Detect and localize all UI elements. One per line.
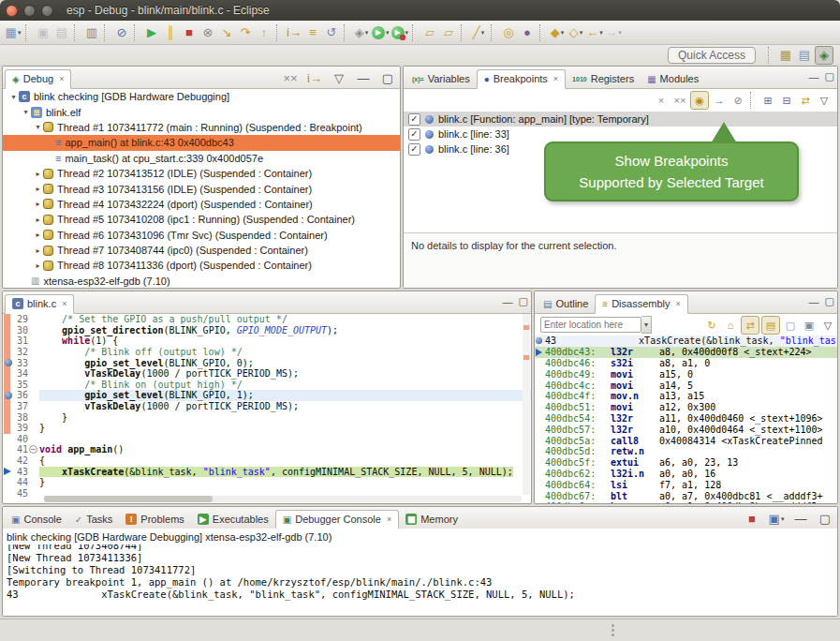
- maximize-icon[interactable]: ▢: [817, 511, 833, 528]
- code-line-30[interactable]: 30 gpio_set_direction(BLINK_GPIO, GPIO_M…: [3, 325, 531, 336]
- disconnect-icon[interactable]: ⊗: [199, 24, 216, 41]
- refresh-icon[interactable]: ↻: [703, 317, 720, 334]
- expander-collapsed-icon[interactable]: ▸: [33, 216, 43, 224]
- back-icon[interactable]: ←▾: [586, 24, 603, 41]
- breakpoint-item[interactable]: ✓blink.c [Function: app_main] [type: Tem…: [404, 112, 837, 127]
- tab-variables[interactable]: (x)=Variables: [405, 70, 477, 88]
- display-selected-console-icon[interactable]: ▣▾: [768, 511, 785, 528]
- tab-modules[interactable]: ▦Modules: [641, 70, 705, 88]
- disassembly-row[interactable]: 400dbc5f:extuia6, a0, 23, 13: [535, 457, 837, 469]
- instruction-pointer-icon[interactable]: [3, 466, 15, 477]
- tab-breakpoints[interactable]: ●Breakpoints×: [477, 69, 566, 89]
- tab-debug[interactable]: ◈Debug×: [5, 69, 71, 89]
- disassembly-row[interactable]: 400dbc43:l32ra8, 0x400d00f8 <_stext+224>: [535, 347, 837, 358]
- disassembly-row[interactable]: 400dbc67:blta0, a7, 0x400dbc81 <__adddf3…: [535, 490, 837, 501]
- breakpoint-checkbox[interactable]: ✓: [408, 143, 420, 156]
- tab-debugger-console[interactable]: ▣Debugger Console×: [275, 510, 399, 529]
- suspend-icon[interactable]: ║: [162, 24, 179, 41]
- open-folder-icon[interactable]: ▱: [421, 24, 438, 41]
- code-line-36[interactable]: 36 gpio_set_level(BLINK_GPIO, 1);: [3, 390, 531, 401]
- maximize-icon[interactable]: ▢: [825, 295, 834, 307]
- expander-expanded-icon[interactable]: ▾: [21, 108, 31, 116]
- location-dropdown-icon[interactable]: ▾: [641, 316, 652, 334]
- link-with-debug-view-icon[interactable]: ⇄: [797, 92, 814, 109]
- minimize-icon[interactable]: —: [809, 296, 819, 307]
- minimize-icon[interactable]: —: [809, 71, 819, 82]
- sash-handle[interactable]: [612, 624, 614, 627]
- home-icon[interactable]: ⌂: [722, 317, 739, 334]
- code-line-31[interactable]: 31 while(1) {: [3, 335, 531, 347]
- remove-breakpoint-icon[interactable]: ×: [653, 92, 670, 109]
- code-line-41[interactable]: 41–void app_main(): [3, 444, 531, 455]
- overview-ruler[interactable]: [523, 314, 530, 495]
- new-wizard-icon[interactable]: ▦▾: [5, 24, 22, 41]
- tree-item[interactable]: ▸Thread #4 1073432224 (dport) (Suspended…: [3, 197, 400, 212]
- tree-item[interactable]: ▸Thread #5 1073410208 (ipc1 : Running) (…: [3, 212, 400, 227]
- skip-all-breakpoints-icon[interactable]: ⊘: [113, 24, 130, 41]
- breakpoint-marker-icon[interactable]: [3, 357, 15, 368]
- minimize-icon[interactable]: —: [503, 296, 513, 307]
- tab-disassembly[interactable]: ≡Disassembly×: [595, 294, 687, 314]
- minimize-icon[interactable]: —: [355, 70, 372, 87]
- binary-icon[interactable]: ▥: [83, 24, 100, 41]
- tab-registers[interactable]: 1010Registers: [566, 70, 641, 88]
- instruction-stepping-mode-icon[interactable]: i→: [306, 70, 323, 87]
- tree-item[interactable]: ▸Thread #2 1073413512 (IDLE) (Suspended …: [3, 166, 400, 181]
- tree-item[interactable]: ▾≣blink.elf: [3, 104, 400, 119]
- code-line-44[interactable]: 44}: [3, 477, 531, 488]
- last-edit-location-icon[interactable]: ◆▾: [549, 24, 566, 41]
- view-menu-icon[interactable]: ▽: [816, 92, 833, 109]
- disassembly-row[interactable]: 400dbc6a:bnonea0, a1, 0x400dbc8b <__addd…: [535, 501, 837, 504]
- disassembly-source-line[interactable]: 43 xTaskCreate(&blink_task, "blink_tas: [535, 335, 837, 347]
- expander-collapsed-icon[interactable]: ▸: [33, 231, 43, 239]
- tree-item[interactable]: ▸Thread #8 1073411336 (dport) (Suspended…: [3, 258, 400, 273]
- close-tab-icon[interactable]: ×: [62, 299, 66, 308]
- disassembly-row[interactable]: 400dbc46:s32ia8, a1, 0: [535, 358, 837, 369]
- code-line-37[interactable]: 37 vTaskDelay(1000 / portTICK_PERIOD_MS)…: [3, 401, 531, 412]
- breakpoint-marker-icon[interactable]: [535, 335, 545, 347]
- remove-all-terminated-icon[interactable]: ××: [282, 70, 299, 87]
- skip-all-breakpoints-view-icon[interactable]: ⊘: [729, 92, 746, 109]
- debug-icon[interactable]: ◈▾: [353, 24, 370, 41]
- tab-tasks[interactable]: ✓Tasks: [68, 511, 120, 529]
- expander-collapsed-icon[interactable]: ▸: [33, 200, 43, 208]
- remove-all-breakpoints-icon[interactable]: ××: [671, 92, 688, 109]
- new-view-icon[interactable]: ▢: [782, 317, 799, 334]
- instruction-stepping-icon[interactable]: i→: [286, 24, 302, 41]
- view-menu-icon[interactable]: ▽: [331, 70, 347, 87]
- collapse-all-icon[interactable]: ⊟: [778, 92, 795, 109]
- close-tab-icon[interactable]: ×: [553, 74, 558, 83]
- maximize-icon[interactable]: ▢: [379, 70, 396, 87]
- instruction-pointer-icon[interactable]: [535, 347, 545, 358]
- search-icon[interactable]: ◎: [500, 24, 517, 41]
- open-type-icon[interactable]: ●: [519, 24, 536, 41]
- close-tab-icon[interactable]: ×: [387, 514, 391, 524]
- expander-collapsed-icon[interactable]: ▸: [33, 185, 43, 193]
- tab-problems[interactable]: !Problems: [119, 511, 190, 529]
- goto-last-edit-icon[interactable]: ◇▾: [567, 24, 584, 41]
- step-over-icon[interactable]: ↷: [237, 24, 254, 41]
- window-minimize-icon[interactable]: [23, 5, 36, 17]
- drop-to-frame-icon[interactable]: ↺: [323, 24, 340, 41]
- tree-item[interactable]: ▸Thread #7 1073408744 (ipc0) (Suspended …: [3, 243, 400, 258]
- horizontal-scrollbar[interactable]: [44, 496, 522, 502]
- stack-frame-selected[interactable]: ≡app_main() at blink.c:43 0x400dbc43: [3, 135, 400, 150]
- show-breakpoints-supported-icon[interactable]: ◉: [690, 91, 709, 110]
- expander-collapsed-icon[interactable]: ▸: [33, 246, 43, 255]
- breakpoint-checkbox[interactable]: ✓: [408, 113, 420, 126]
- tab-executables[interactable]: ▶Executables: [191, 511, 275, 529]
- expander-expanded-icon[interactable]: ▾: [8, 93, 19, 101]
- tree-item[interactable]: ▾Thread #1 1073411772 (main : Running) (…: [3, 120, 400, 135]
- link-with-active-debug-context-icon[interactable]: ⇄: [741, 316, 759, 335]
- disassembly-row[interactable]: 400dbc4c:movia14, 5: [535, 380, 837, 391]
- annotation-icon[interactable]: ╱▾: [470, 24, 487, 41]
- tree-item[interactable]: ▸Thread #6 1073431096 (Tmr Svc) (Suspend…: [3, 228, 400, 243]
- code-line-40[interactable]: 40: [3, 434, 531, 445]
- code-line-38[interactable]: 38 }: [3, 411, 531, 423]
- open-perspective-icon[interactable]: ▦: [777, 47, 794, 64]
- disassembly-row[interactable]: 400dbc4f:mov.na13, a15: [535, 391, 837, 402]
- window-close-icon[interactable]: [6, 5, 18, 17]
- disassembly-row[interactable]: 400dbc51:movia12, 0x300: [535, 402, 837, 413]
- external-tools-icon[interactable]: ▶▾: [391, 24, 409, 41]
- breakpoint-item[interactable]: ✓blink.c [line: 33]: [404, 127, 837, 142]
